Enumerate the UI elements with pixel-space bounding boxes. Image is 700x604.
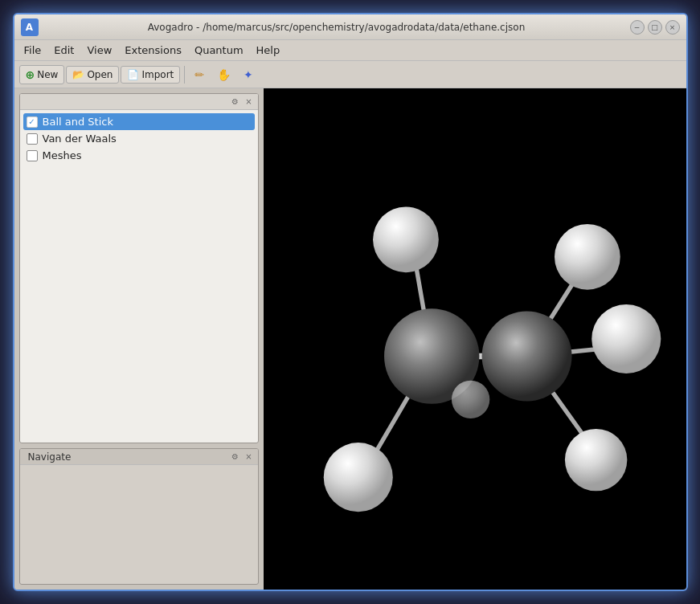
main-content: ⚙ × ✓ Ball and Stick Van der Waals Meshe… xyxy=(14,88,686,590)
titlebar: A Avogadro - /home/marcus/src/openchemis… xyxy=(14,14,686,40)
menubar: File Edit View Extensions Quantum Help xyxy=(14,40,686,61)
open-button[interactable]: 📂 Open xyxy=(66,66,119,84)
navigate-tool-button[interactable]: ✋ xyxy=(211,66,236,84)
menu-view[interactable]: View xyxy=(80,43,118,58)
ball-and-stick-label: Ball and Stick xyxy=(43,116,113,128)
svg-point-12 xyxy=(554,224,620,290)
menu-help[interactable]: Help xyxy=(250,43,287,58)
star-icon: ✦ xyxy=(244,68,253,81)
svg-point-9 xyxy=(373,206,439,272)
toolbar: ⊕ New 📂 Open 📄 Import ✏️ ✋ ✦ xyxy=(14,61,686,88)
hand-icon: ✋ xyxy=(217,68,231,81)
open-label: Open xyxy=(87,69,113,80)
main-window: A Avogadro - /home/marcus/src/openchemis… xyxy=(13,13,688,591)
app-icon: A xyxy=(21,18,39,36)
svg-point-13 xyxy=(592,304,661,373)
toolbar-separator xyxy=(184,66,185,84)
new-icon: ⊕ xyxy=(26,68,35,81)
display-type-list: ✓ Ball and Stick Van der Waals Meshes xyxy=(20,110,258,443)
new-label: New xyxy=(37,69,58,80)
display-type-van-der-waals[interactable]: Van der Waals xyxy=(23,130,255,147)
svg-point-8 xyxy=(481,312,571,402)
navigate-panel-header: Navigate ⚙ × xyxy=(20,449,258,465)
van-der-waals-label: Van der Waals xyxy=(43,133,117,145)
import-label: Import xyxy=(141,69,174,80)
pencil-tool-button[interactable]: ✏️ xyxy=(189,66,210,84)
pencil-icon: ✏️ xyxy=(194,68,204,81)
van-der-waals-checkbox[interactable] xyxy=(27,133,38,145)
open-icon: 📂 xyxy=(72,69,84,80)
meshes-checkbox[interactable] xyxy=(27,150,38,161)
navigate-panel-close-button[interactable]: × xyxy=(244,451,255,463)
navigate-panel-content xyxy=(20,465,258,584)
menu-extensions[interactable]: Extensions xyxy=(118,43,188,58)
close-button[interactable]: × xyxy=(665,20,680,35)
molecule-view[interactable] xyxy=(264,88,686,590)
import-icon: 📄 xyxy=(127,69,139,80)
display-type-ball-and-stick[interactable]: ✓ Ball and Stick xyxy=(23,113,255,130)
minimize-button[interactable]: − xyxy=(630,20,645,35)
new-button[interactable]: ⊕ New xyxy=(19,65,65,84)
display-type-meshes[interactable]: Meshes xyxy=(23,147,255,164)
ball-and-stick-checkbox[interactable]: ✓ xyxy=(27,116,38,128)
molecule-svg xyxy=(264,88,686,590)
titlebar-buttons: − □ × xyxy=(630,20,680,35)
menu-file[interactable]: File xyxy=(18,43,48,58)
restore-button[interactable]: □ xyxy=(648,20,662,35)
panel-settings-button[interactable]: ⚙ xyxy=(230,96,241,108)
svg-point-14 xyxy=(564,429,626,491)
display-panel: ⚙ × ✓ Ball and Stick Van der Waals Meshe… xyxy=(19,93,259,443)
menu-quantum[interactable]: Quantum xyxy=(188,43,250,58)
menu-edit[interactable]: Edit xyxy=(47,43,80,58)
align-tool-button[interactable]: ✦ xyxy=(238,66,259,84)
navigate-panel-settings-button[interactable]: ⚙ xyxy=(230,451,241,463)
navigate-panel-title: Navigate xyxy=(23,451,227,463)
svg-point-10 xyxy=(323,443,392,512)
import-button[interactable]: 📄 Import xyxy=(121,66,180,84)
navigate-panel: Navigate ⚙ × xyxy=(19,448,259,585)
panel-close-button[interactable]: × xyxy=(244,96,255,108)
left-panel: ⚙ × ✓ Ball and Stick Van der Waals Meshe… xyxy=(14,88,264,590)
svg-point-11 xyxy=(451,381,489,418)
display-panel-header: ⚙ × xyxy=(20,94,258,110)
meshes-label: Meshes xyxy=(43,149,82,161)
window-title: Avogadro - /home/marcus/src/openchemistr… xyxy=(43,22,630,33)
